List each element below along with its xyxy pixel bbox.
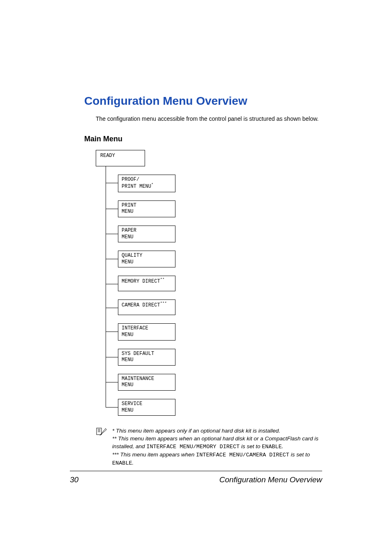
heading-main-menu: Main Menu <box>84 135 323 143</box>
note-enable-3: ENABLE <box>112 460 132 466</box>
footer-rule <box>70 471 322 471</box>
menu-item-memory-direct: MEMORY DIRECT** <box>106 267 323 291</box>
page-content: Configuration Menu Overview The configur… <box>84 94 323 467</box>
page-number: 30 <box>70 475 78 484</box>
svg-rect-0 <box>97 428 101 435</box>
menu-item-quality: QUALITY MENU <box>106 242 323 267</box>
note-code-2: INTERFACE MENU/MEMORY DIRECT <box>146 444 240 450</box>
menu-item-print: PRINT MENU <box>106 192 323 217</box>
menu-item-camera-direct: CAMERA DIRECT*** <box>106 291 323 315</box>
menu-box: SYS DEFAULT MENU <box>118 349 175 366</box>
menu-item-service: SERVICE MENU <box>106 391 323 416</box>
menu-box: PROOF/ PRINT MENU* <box>118 175 175 192</box>
menu-box: PRINT MENU <box>118 200 175 217</box>
intro-text: The configuration menu accessible from t… <box>96 115 323 123</box>
footer-title: Configuration Menu Overview <box>219 475 322 484</box>
menu-item-interface: INTERFACE MENU <box>106 315 323 340</box>
note-line-3b: is set to <box>289 451 310 458</box>
menu-item-paper: PAPER MENU <box>106 217 323 242</box>
menu-box: INTERFACE MENU <box>118 323 175 340</box>
note-text: * This menu item appears only if an opti… <box>112 427 323 467</box>
heading-configuration-menu-overview: Configuration Menu Overview <box>84 94 323 108</box>
note-line-2b: is set to <box>240 443 262 449</box>
note-line-3c: . <box>132 460 134 466</box>
menu-box: SERVICE MENU <box>118 399 175 416</box>
footer-row: 30 Configuration Menu Overview <box>70 475 322 484</box>
menu-item-sys-default: SYS DEFAULT MENU <box>106 341 323 366</box>
menu-tree: PROOF/ PRINT MENU* PRINT MENU PAPER MENU… <box>106 166 323 416</box>
note-code-3: INTERFACE MENU/CAMERA DIRECT <box>196 452 289 458</box>
menu-box: MAINTENANCE MENU <box>118 374 175 391</box>
menu-box: PAPER MENU <box>118 226 175 242</box>
page-footer: 30 Configuration Menu Overview <box>70 471 322 484</box>
menu-item-proof-print: PROOF/ PRINT MENU* <box>106 166 323 192</box>
note-icon <box>96 427 107 436</box>
note-enable-2: ENABLE <box>262 444 282 450</box>
note-line-1: * This menu item appears only if an opti… <box>112 428 280 434</box>
menu-item-maintenance: MAINTENANCE MENU <box>106 366 323 391</box>
ready-box: READY <box>96 150 145 166</box>
menu-box: MEMORY DIRECT** <box>118 276 175 291</box>
menu-box: CAMERA DIRECT*** <box>118 299 175 315</box>
note-block: * This menu item appears only if an opti… <box>96 427 323 467</box>
note-line-2c: . <box>282 443 284 449</box>
menu-box: QUALITY MENU <box>118 251 175 267</box>
note-line-3a: *** This menu item appears when <box>112 451 196 458</box>
